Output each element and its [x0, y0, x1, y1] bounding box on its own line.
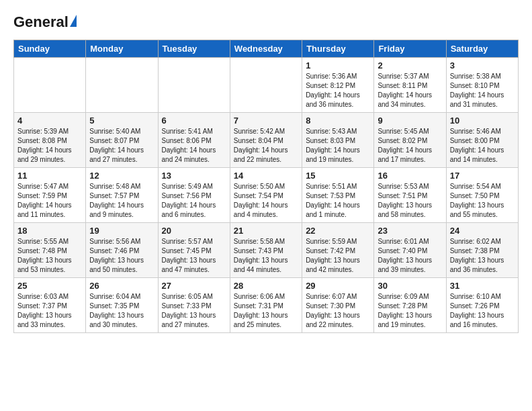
day-number: 18 — [17, 226, 82, 236]
day-cell: 5Sunrise: 5:40 AM Sunset: 8:07 PM Daylig… — [86, 113, 158, 168]
day-cell: 3Sunrise: 5:38 AM Sunset: 8:10 PM Daylig… — [446, 58, 518, 113]
day-info: Sunrise: 5:55 AM Sunset: 7:48 PM Dayligh… — [17, 237, 82, 275]
day-number: 4 — [17, 116, 82, 126]
day-cell: 26Sunrise: 6:04 AM Sunset: 7:35 PM Dayli… — [86, 278, 158, 333]
week-row-3: 11Sunrise: 5:47 AM Sunset: 7:59 PM Dayli… — [14, 168, 519, 223]
day-number: 6 — [162, 116, 226, 126]
day-info: Sunrise: 5:43 AM Sunset: 8:03 PM Dayligh… — [306, 127, 370, 165]
day-cell: 12Sunrise: 5:48 AM Sunset: 7:57 PM Dayli… — [86, 168, 158, 223]
day-number: 25 — [17, 281, 82, 291]
day-number: 27 — [162, 281, 226, 291]
calendar-table: SundayMondayTuesdayWednesdayThursdayFrid… — [13, 40, 519, 333]
weekday-friday: Friday — [374, 40, 446, 58]
day-cell: 7Sunrise: 5:42 AM Sunset: 8:04 PM Daylig… — [230, 113, 302, 168]
day-cell: 31Sunrise: 6:10 AM Sunset: 7:26 PM Dayli… — [446, 278, 518, 333]
weekday-sunday: Sunday — [14, 40, 86, 58]
day-info: Sunrise: 5:48 AM Sunset: 7:57 PM Dayligh… — [89, 182, 154, 220]
day-info: Sunrise: 6:04 AM Sunset: 7:35 PM Dayligh… — [89, 292, 154, 330]
day-info: Sunrise: 5:51 AM Sunset: 7:53 PM Dayligh… — [306, 182, 370, 220]
day-number: 13 — [162, 171, 226, 181]
day-info: Sunrise: 6:06 AM Sunset: 7:31 PM Dayligh… — [234, 292, 298, 330]
day-cell: 4Sunrise: 5:39 AM Sunset: 8:08 PM Daylig… — [14, 113, 86, 168]
day-info: Sunrise: 5:39 AM Sunset: 8:08 PM Dayligh… — [17, 127, 82, 165]
day-cell: 15Sunrise: 5:51 AM Sunset: 7:53 PM Dayli… — [302, 168, 374, 223]
day-number: 22 — [306, 226, 370, 236]
weekday-wednesday: Wednesday — [230, 40, 302, 58]
weekday-monday: Monday — [86, 40, 158, 58]
day-number: 28 — [234, 281, 298, 291]
day-info: Sunrise: 5:41 AM Sunset: 8:06 PM Dayligh… — [162, 127, 226, 165]
day-cell: 1Sunrise: 5:36 AM Sunset: 8:12 PM Daylig… — [302, 58, 374, 113]
day-number: 31 — [450, 281, 515, 291]
day-cell: 28Sunrise: 6:06 AM Sunset: 7:31 PM Dayli… — [230, 278, 302, 333]
day-cell — [86, 58, 158, 113]
day-number: 20 — [162, 226, 226, 236]
day-cell — [158, 58, 230, 113]
day-info: Sunrise: 6:05 AM Sunset: 7:33 PM Dayligh… — [162, 292, 226, 330]
day-cell: 18Sunrise: 5:55 AM Sunset: 7:48 PM Dayli… — [14, 223, 86, 278]
week-row-5: 25Sunrise: 6:03 AM Sunset: 7:37 PM Dayli… — [14, 278, 519, 333]
day-cell: 25Sunrise: 6:03 AM Sunset: 7:37 PM Dayli… — [14, 278, 86, 333]
day-info: Sunrise: 5:50 AM Sunset: 7:54 PM Dayligh… — [234, 182, 298, 220]
day-info: Sunrise: 6:07 AM Sunset: 7:30 PM Dayligh… — [306, 292, 370, 330]
day-cell: 13Sunrise: 5:49 AM Sunset: 7:56 PM Dayli… — [158, 168, 230, 223]
page: General SundayMondayTuesdayWednesdayThur… — [0, 0, 532, 347]
day-number: 24 — [450, 226, 515, 236]
day-info: Sunrise: 5:53 AM Sunset: 7:51 PM Dayligh… — [378, 182, 442, 220]
day-number: 17 — [450, 171, 515, 181]
day-number: 9 — [378, 116, 442, 126]
day-number: 1 — [306, 60, 370, 71]
day-info: Sunrise: 5:37 AM Sunset: 8:11 PM Dayligh… — [378, 72, 442, 109]
day-cell: 20Sunrise: 5:57 AM Sunset: 7:45 PM Dayli… — [158, 223, 230, 278]
day-cell: 23Sunrise: 6:01 AM Sunset: 7:40 PM Dayli… — [374, 223, 446, 278]
day-cell — [230, 58, 302, 113]
week-row-2: 4Sunrise: 5:39 AM Sunset: 8:08 PM Daylig… — [14, 113, 519, 168]
day-cell: 17Sunrise: 5:54 AM Sunset: 7:50 PM Dayli… — [446, 168, 518, 223]
day-number: 3 — [450, 60, 515, 71]
day-cell — [14, 58, 86, 113]
day-cell: 24Sunrise: 6:02 AM Sunset: 7:38 PM Dayli… — [446, 223, 518, 278]
day-number: 8 — [306, 116, 370, 126]
weekday-tuesday: Tuesday — [158, 40, 230, 58]
day-cell: 2Sunrise: 5:37 AM Sunset: 8:11 PM Daylig… — [374, 58, 446, 113]
day-cell: 9Sunrise: 5:45 AM Sunset: 8:02 PM Daylig… — [374, 113, 446, 168]
day-info: Sunrise: 5:59 AM Sunset: 7:42 PM Dayligh… — [306, 237, 370, 275]
day-cell: 19Sunrise: 5:56 AM Sunset: 7:46 PM Dayli… — [86, 223, 158, 278]
day-cell: 29Sunrise: 6:07 AM Sunset: 7:30 PM Dayli… — [302, 278, 374, 333]
day-info: Sunrise: 5:57 AM Sunset: 7:45 PM Dayligh… — [162, 237, 226, 275]
day-info: Sunrise: 5:56 AM Sunset: 7:46 PM Dayligh… — [89, 237, 154, 275]
day-cell: 10Sunrise: 5:46 AM Sunset: 8:00 PM Dayli… — [446, 113, 518, 168]
day-info: Sunrise: 6:02 AM Sunset: 7:38 PM Dayligh… — [450, 237, 515, 275]
day-number: 19 — [89, 226, 154, 236]
day-cell: 14Sunrise: 5:50 AM Sunset: 7:54 PM Dayli… — [230, 168, 302, 223]
day-number: 14 — [234, 171, 298, 181]
day-info: Sunrise: 5:36 AM Sunset: 8:12 PM Dayligh… — [306, 72, 370, 109]
day-number: 26 — [89, 281, 154, 291]
day-number: 23 — [378, 226, 442, 236]
day-info: Sunrise: 5:47 AM Sunset: 7:59 PM Dayligh… — [17, 182, 82, 220]
day-cell: 16Sunrise: 5:53 AM Sunset: 7:51 PM Dayli… — [374, 168, 446, 223]
day-info: Sunrise: 6:10 AM Sunset: 7:26 PM Dayligh… — [450, 292, 515, 330]
day-cell: 22Sunrise: 5:59 AM Sunset: 7:42 PM Dayli… — [302, 223, 374, 278]
week-row-1: 1Sunrise: 5:36 AM Sunset: 8:12 PM Daylig… — [14, 58, 519, 113]
day-number: 5 — [89, 116, 154, 126]
day-cell: 30Sunrise: 6:09 AM Sunset: 7:28 PM Dayli… — [374, 278, 446, 333]
day-cell: 8Sunrise: 5:43 AM Sunset: 8:03 PM Daylig… — [302, 113, 374, 168]
day-info: Sunrise: 6:03 AM Sunset: 7:37 PM Dayligh… — [17, 292, 82, 330]
logo: General — [13, 13, 77, 33]
weekday-header-row: SundayMondayTuesdayWednesdayThursdayFrid… — [14, 40, 519, 58]
header: General — [13, 13, 519, 33]
day-number: 16 — [378, 171, 442, 181]
day-info: Sunrise: 5:46 AM Sunset: 8:00 PM Dayligh… — [450, 127, 515, 165]
day-number: 21 — [234, 226, 298, 236]
day-info: Sunrise: 5:42 AM Sunset: 8:04 PM Dayligh… — [234, 127, 298, 165]
day-info: Sunrise: 5:38 AM Sunset: 8:10 PM Dayligh… — [450, 72, 515, 109]
day-info: Sunrise: 6:09 AM Sunset: 7:28 PM Dayligh… — [378, 292, 442, 330]
day-number: 29 — [306, 281, 370, 291]
day-number: 15 — [306, 171, 370, 181]
weekday-thursday: Thursday — [302, 40, 374, 58]
day-cell: 21Sunrise: 5:58 AM Sunset: 7:43 PM Dayli… — [230, 223, 302, 278]
day-info: Sunrise: 5:54 AM Sunset: 7:50 PM Dayligh… — [450, 182, 515, 220]
day-number: 7 — [234, 116, 298, 126]
day-info: Sunrise: 5:49 AM Sunset: 7:56 PM Dayligh… — [162, 182, 226, 220]
